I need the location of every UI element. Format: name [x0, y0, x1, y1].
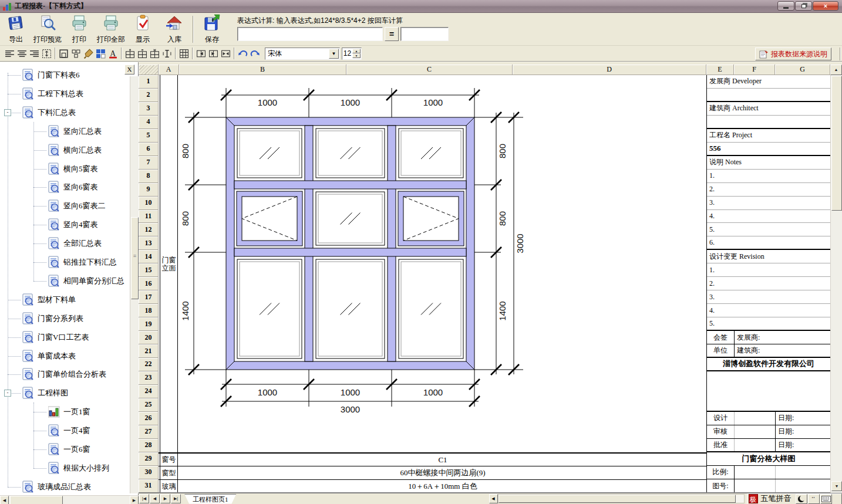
cell-fill-icon[interactable] [95, 48, 107, 60]
scroll-left-icon[interactable]: ◀ [0, 496, 9, 504]
row-header-14[interactable]: 14 [139, 250, 159, 263]
row-header-20[interactable]: 20 [139, 331, 159, 344]
column-header-A[interactable]: A [159, 65, 179, 75]
row-header-5[interactable]: 5 [139, 129, 159, 143]
sheet-row-30[interactable]: 窗型60中梃螺接中间两边扇(9) [159, 466, 706, 479]
scroll-right-icon[interactable]: ▶ [130, 496, 139, 504]
sidebar-item-玻璃成品汇总表[interactable]: 玻璃成品汇总表 [0, 478, 128, 493]
sidebar-item-工程样图[interactable]: -工程样图 [0, 384, 128, 402]
title-block-row[interactable]: 4. [707, 304, 830, 317]
sidebar-vertical-scrollbar[interactable] [130, 76, 139, 493]
row-header-9[interactable]: 9 [139, 183, 159, 197]
row-header-13[interactable]: 13 [139, 236, 159, 250]
title-block-row[interactable]: 发展商 Developer [707, 75, 830, 89]
title-block-row[interactable]: 1. [707, 170, 830, 183]
sheet-body[interactable]: 1234567891011121314151617181920212223242… [139, 75, 830, 493]
sidebar-item-型材下料单[interactable]: 型材下料单 [0, 290, 128, 309]
row-fit-icon[interactable] [161, 48, 173, 60]
elevation-label-cell[interactable]: 门窗 立面 [160, 75, 178, 452]
title-block-row[interactable]: 会签发展商: [707, 331, 830, 344]
soft-keyboard-icon[interactable] [820, 494, 832, 504]
font-family-select[interactable]: 宋体 ▼ [265, 48, 340, 60]
spinner-down-icon[interactable]: ▼ [352, 53, 361, 58]
row-header-29[interactable]: 29 [139, 452, 159, 466]
row-header-2[interactable]: 2 [139, 89, 159, 102]
sidebar-item-工程下料总表[interactable]: 工程下料总表 [0, 84, 128, 103]
title-block-row[interactable]: 3. [707, 290, 830, 304]
sidebar-horizontal-scrollbar[interactable]: ◀ ▶ [0, 495, 139, 504]
close-button[interactable]: × [813, 1, 838, 11]
prev-sheet-button[interactable]: ◀ [150, 494, 160, 503]
scroll-down-icon[interactable]: ▼ [831, 481, 842, 491]
title-block-row[interactable] [707, 89, 830, 102]
title-block-row[interactable] [707, 116, 830, 129]
column-header-D[interactable]: D [513, 65, 706, 75]
report-data-source-button[interactable]: 报表数据来源说明 [755, 48, 831, 60]
sidebar-item-铝推拉下料汇总[interactable]: 铝推拉下料汇总 [0, 253, 128, 272]
row-header-27[interactable]: 27 [139, 425, 159, 439]
title-block-row[interactable]: 556 [707, 143, 830, 156]
title-block-row[interactable]: 1. [707, 263, 830, 277]
title-block-row[interactable]: 门窗分格大样图 [707, 452, 830, 466]
row-header-24[interactable]: 24 [139, 385, 159, 398]
sidebar-item-横向汇总表[interactable]: 横向汇总表 [0, 141, 128, 160]
row-header-8[interactable]: 8 [139, 170, 159, 183]
sidebar-item-门窗分系列表[interactable]: 门窗分系列表 [0, 309, 128, 328]
font-size-spinner[interactable]: 12 ▲ ▼ [342, 48, 362, 60]
equals-button[interactable]: = [385, 27, 399, 41]
align-right-icon[interactable] [28, 48, 41, 60]
undo-icon[interactable] [237, 48, 249, 60]
last-sheet-button[interactable]: ▶| [171, 494, 181, 503]
sidebar-item-门窗V口工艺表[interactable]: 门窗V口工艺表 [0, 328, 128, 347]
row-header-25[interactable]: 25 [139, 398, 159, 412]
restore-button[interactable] [795, 1, 812, 11]
title-block-row[interactable]: 5. [707, 317, 830, 331]
title-block-row[interactable]: 审核日期: [707, 425, 830, 439]
row-header-21[interactable]: 21 [139, 344, 159, 358]
align-center-icon[interactable] [16, 48, 28, 60]
sidebar-item-根据大小排列[interactable]: 根据大小排列 [0, 459, 128, 478]
full-half-moon-icon[interactable] [796, 494, 807, 504]
row-header-4[interactable]: 4 [139, 116, 159, 129]
next-sheet-button[interactable]: ▶ [160, 494, 170, 503]
title-block-row[interactable] [707, 398, 830, 412]
ime-icon[interactable]: 极 [749, 494, 758, 503]
toolbar-button-print-all[interactable]: 打印全部 [95, 14, 127, 45]
redo-icon[interactable] [249, 48, 261, 60]
row-header-28[interactable]: 28 [139, 439, 159, 452]
scrollbar-thumb[interactable] [10, 496, 63, 504]
row-header-17[interactable]: 17 [139, 290, 159, 304]
sidebar-item-单窗成本表[interactable]: 单窗成本表 [0, 347, 128, 366]
sheet-horizontal-scrollbar[interactable] [498, 494, 745, 503]
row-header-26[interactable]: 26 [139, 412, 159, 425]
sidebar-item-竖向汇总表[interactable]: 竖向汇总表 [0, 122, 128, 141]
scroll-up-icon[interactable]: ▲ [830, 65, 842, 75]
cell-split-icon[interactable] [149, 48, 161, 60]
title-block-row[interactable]: 淄博创盈软件开发有限公司 [707, 358, 830, 371]
sidebar-item-一页1窗[interactable]: 一页1窗 [0, 402, 128, 421]
title-block-row[interactable]: 5. [707, 223, 830, 236]
row-header-16[interactable]: 16 [139, 277, 159, 290]
row-header-23[interactable]: 23 [139, 371, 159, 385]
merge-across-icon[interactable] [220, 48, 232, 60]
minimize-button[interactable] [777, 1, 794, 11]
scrollbar-thumb[interactable] [831, 76, 842, 211]
column-header-B[interactable]: B [179, 65, 346, 75]
sidebar-item-一页4窗[interactable]: 一页4窗 [0, 421, 128, 440]
tree-collapse-toggle[interactable]: - [4, 390, 11, 397]
ime-mode-label[interactable]: 五笔拼音 [761, 493, 792, 504]
expression-result-input[interactable] [400, 27, 449, 41]
sidebar-close-button[interactable]: X [124, 65, 134, 75]
sidebar-item-竖向6窗表[interactable]: 竖向6窗表 [0, 178, 128, 197]
sidebar-item-门窗单价组合分析表[interactable]: 门窗单价组合分析表 [0, 365, 128, 384]
sidebar-item-门窗下料表6[interactable]: 门窗下料表6 [0, 66, 128, 84]
column-header-E[interactable]: E [706, 65, 734, 75]
sidebar-item-全部汇总表[interactable]: 全部汇总表 [0, 234, 128, 253]
row-header-15[interactable]: 15 [139, 263, 159, 277]
format-painter-icon[interactable] [82, 48, 95, 60]
sheet-vertical-scrollbar[interactable]: ▼ [830, 75, 842, 493]
sheet-row-29[interactable]: 窗号C1 [159, 452, 706, 466]
align-distribute-icon[interactable] [41, 48, 53, 60]
spinner-up-icon[interactable]: ▲ [352, 49, 361, 53]
row-header-3[interactable]: 3 [139, 102, 159, 116]
